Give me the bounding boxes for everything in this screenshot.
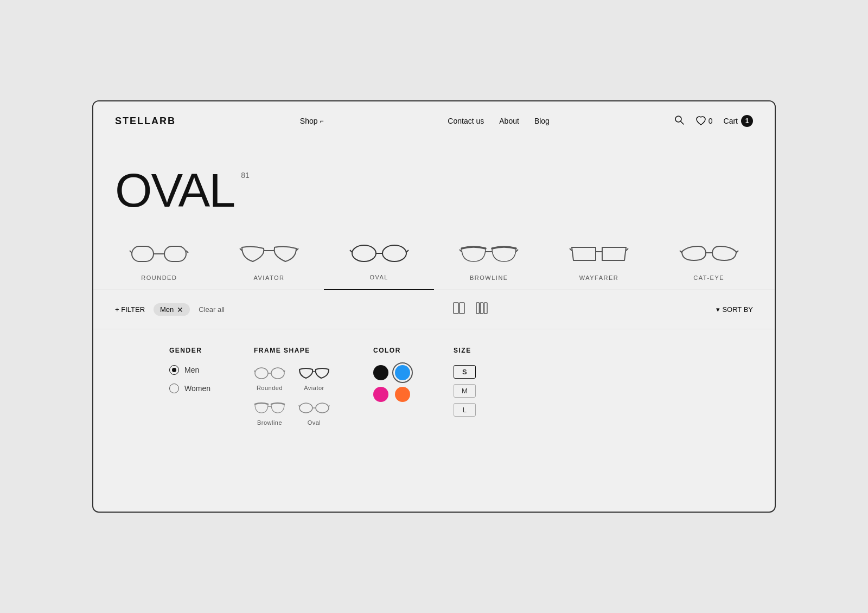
gender-title: GENDER [169,347,210,354]
color-filter: COLOR [373,347,410,426]
shape-cateye-label: CAT-EYE [693,274,724,281]
svg-rect-2 [132,246,154,261]
filter-label: + FILTER [115,305,145,314]
shape-oval[interactable]: OVAL [324,240,434,290]
brand-logo[interactable]: STELLARB [115,116,176,127]
frame-shape-aviator-label: Aviator [304,385,324,391]
frame-shape-browline-label: Browline [257,419,282,426]
cart-badge: 1 [741,115,753,127]
svg-rect-24 [454,303,458,314]
svg-line-13 [350,250,352,252]
frame-shape-filter: FRAME SHAPE Rounded [254,347,330,426]
grid-2col-icon[interactable] [451,300,467,319]
svg-line-5 [130,251,132,253]
svg-rect-25 [459,303,464,314]
frame-shape-option-browline[interactable]: Browline [254,400,285,426]
nav-about[interactable]: About [499,117,519,125]
sort-label: SORT BY [722,305,753,314]
filter-panel: GENDER Men Women FRAME SHAPE [93,329,775,439]
shape-browline[interactable]: BROWLINE [434,241,544,290]
size-option-s[interactable]: S [454,365,476,379]
shape-wayfarer-label: WAYFARER [579,274,619,281]
shop-label: Shop [300,117,318,125]
gender-men-label: Men [184,366,199,374]
shape-rounded-label: ROUNDED [141,274,177,281]
shop-menu[interactable]: Shop ⌐ [300,117,324,125]
svg-line-1 [680,121,684,124]
svg-point-29 [255,368,268,379]
frame-shape-option-oval[interactable]: Oval [298,400,330,426]
frame-shape-oval-label: Oval [308,419,321,426]
nav-blog[interactable]: Blog [534,117,550,125]
nav-links: Contact us About Blog [448,117,550,125]
gender-option-women[interactable]: Women [169,384,210,393]
filter-center [451,300,490,319]
filter-tag-men[interactable]: Men ✕ [154,303,190,316]
hero-title-wrap: OVAL 81 [115,167,753,214]
product-count: 81 [241,171,250,180]
shape-cateye[interactable]: CAT-EYE [654,241,764,290]
shape-browline-label: BROWLINE [470,274,508,281]
sort-arrow-icon: ▾ [716,305,720,314]
frame-shape-option-rounded[interactable]: Rounded [254,365,285,391]
nav-contact[interactable]: Contact us [448,117,484,125]
radio-men-dot [172,368,176,372]
gender-filter: GENDER Men Women [169,347,210,426]
svg-line-14 [406,250,409,252]
shape-rounded[interactable]: ROUNDED [104,241,214,290]
size-option-m[interactable]: M [454,384,476,398]
wishlist-button[interactable]: 0 [695,116,713,126]
navigation: STELLARB Shop ⌐ Contact us About Blog [93,101,775,141]
color-title: COLOR [373,347,410,354]
size-title: SIZE [454,347,476,354]
filter-left: + FILTER Men ✕ Clear all [115,303,225,316]
frame-shape-option-aviator[interactable]: Aviator [298,365,330,391]
filter-tag-label: Men [160,305,174,314]
svg-point-10 [352,245,376,261]
nav-actions: 0 Cart 1 [674,114,753,128]
svg-line-23 [736,251,738,253]
gender-women-label: Women [184,384,210,393]
sort-button[interactable]: ▾ SORT BY [716,305,753,314]
svg-point-37 [316,403,329,413]
radio-men-circle [169,365,179,375]
hero-section: OVAL 81 [93,141,775,232]
svg-line-32 [254,371,255,372]
color-swatch-pink[interactable] [373,387,388,402]
gender-option-men[interactable]: Men [169,365,210,375]
grid-3col-icon[interactable] [474,300,490,319]
shape-aviator-label: AVIATOR [254,274,285,281]
svg-point-30 [271,368,284,379]
color-swatch-black[interactable] [373,365,388,380]
shape-wayfarer[interactable]: WAYFARER [544,241,654,290]
frame-shape-title: FRAME SHAPE [254,347,330,354]
color-swatch-blue[interactable] [395,365,410,380]
svg-line-40 [329,405,329,407]
filter-tag-remove-icon[interactable]: ✕ [177,306,183,314]
svg-point-11 [382,245,406,261]
color-swatch-orange[interactable] [395,387,410,402]
frame-shape-rounded-label: Rounded [257,385,283,391]
wishlist-count: 0 [709,117,713,125]
clear-all-button[interactable]: Clear all [199,305,225,314]
svg-rect-28 [484,303,488,314]
svg-rect-3 [164,246,186,261]
svg-rect-27 [480,303,483,314]
filter-bar: + FILTER Men ✕ Clear all [93,290,775,329]
shop-arrow-icon: ⌐ [320,117,324,125]
cart-label: Cart [724,117,738,125]
frame-shapes-grid: Rounded Aviator [254,365,330,426]
size-option-l[interactable]: L [454,403,476,417]
svg-rect-26 [476,303,480,314]
shape-oval-label: OVAL [369,274,388,280]
svg-point-36 [299,403,312,413]
search-icon[interactable] [674,114,685,128]
size-options: S M L [454,365,476,417]
shape-aviator[interactable]: AVIATOR [214,241,324,290]
size-filter: SIZE S M L [454,347,476,426]
svg-line-22 [680,251,682,253]
page-title: OVAL [115,167,234,214]
filter-button[interactable]: + FILTER [115,305,145,314]
color-swatches [373,365,410,402]
cart-button[interactable]: Cart 1 [724,115,753,127]
